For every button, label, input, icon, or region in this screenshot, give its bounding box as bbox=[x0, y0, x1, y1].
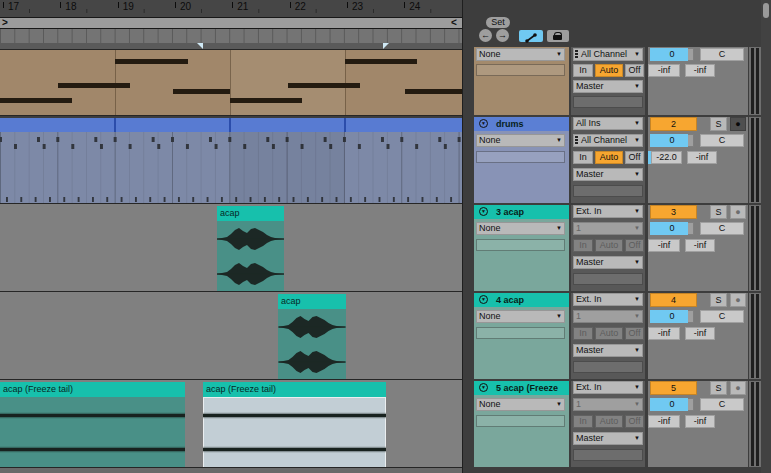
track-fold-icon[interactable]: ▼ bbox=[479, 207, 488, 216]
track-activator[interactable]: 5 bbox=[650, 381, 697, 395]
monitor-in-button[interactable]: In bbox=[573, 415, 593, 428]
device-chooser[interactable]: None ▼ bbox=[476, 310, 565, 323]
input-channel-chooser[interactable]: All Channel ▼ bbox=[573, 134, 643, 147]
input-channel-chooser[interactable]: 1 ▼ bbox=[573, 398, 643, 411]
device-chooser[interactable]: None ▼ bbox=[476, 134, 565, 147]
vertical-scrollbar[interactable] bbox=[761, 0, 771, 473]
output-channel-field[interactable] bbox=[573, 361, 643, 373]
arm-button[interactable]: ● bbox=[730, 117, 746, 131]
peak-level-left[interactable]: -inf bbox=[648, 415, 680, 428]
solo-button[interactable]: S bbox=[710, 381, 727, 395]
audio-clip-freeze-2-selected[interactable]: acap (Freeze tail) bbox=[203, 382, 386, 468]
pan-knob[interactable]: C bbox=[700, 222, 744, 235]
pan-knob[interactable]: C bbox=[700, 134, 744, 147]
input-channel-chooser[interactable]: 1 ▼ bbox=[573, 310, 643, 323]
track-header[interactable]: ▼ 4 acap bbox=[474, 293, 569, 307]
drums-clip-body[interactable] bbox=[0, 132, 462, 204]
track-lane-4-acap[interactable]: acap bbox=[0, 291, 462, 379]
output-channel-field[interactable] bbox=[573, 449, 643, 461]
pan-knob[interactable]: C bbox=[700, 48, 744, 61]
input-type-chooser[interactable]: Ext. In ▼ bbox=[573, 381, 643, 394]
track-name[interactable]: 5 acap (Freeze bbox=[496, 381, 558, 395]
drums-clip-titlebar[interactable] bbox=[0, 118, 462, 132]
output-chooser[interactable]: Master ▼ bbox=[573, 344, 643, 357]
volume-slider[interactable]: 0 bbox=[650, 398, 694, 411]
track-header[interactable]: ▼ 3 acap bbox=[474, 205, 569, 219]
track-name[interactable]: 3 acap bbox=[496, 205, 524, 219]
input-channel-chooser[interactable]: 1 ▼ bbox=[573, 222, 643, 235]
input-type-chooser[interactable]: Ext. In ▼ bbox=[573, 205, 643, 218]
peak-level-right[interactable]: -inf bbox=[685, 64, 715, 77]
loop-brace-strip[interactable] bbox=[0, 29, 462, 43]
peak-level-left[interactable]: -inf bbox=[648, 239, 680, 252]
track-lane-5-acap-freeze[interactable]: acap (Freeze tail) acap (Freeze tail) bbox=[0, 379, 462, 467]
output-chooser[interactable]: Master ▼ bbox=[573, 80, 643, 93]
track-delay-field[interactable] bbox=[476, 415, 565, 427]
volume-slider[interactable]: 0 bbox=[650, 134, 694, 147]
arm-button[interactable]: ● bbox=[730, 381, 746, 395]
scrub-area[interactable]: > < bbox=[0, 17, 462, 29]
clip-title[interactable]: acap bbox=[278, 294, 346, 309]
monitor-auto-button[interactable]: Auto bbox=[595, 151, 623, 164]
audio-clip[interactable]: acap bbox=[278, 294, 346, 380]
monitor-off-button[interactable]: Off bbox=[625, 64, 644, 77]
monitor-auto-button[interactable]: Auto bbox=[595, 239, 623, 252]
track-delay-field[interactable] bbox=[476, 64, 565, 76]
track-name[interactable]: 4 acap bbox=[496, 293, 524, 307]
track-fold-icon[interactable]: ▼ bbox=[479, 383, 488, 392]
monitor-off-button[interactable]: Off bbox=[625, 239, 644, 252]
track-activator[interactable]: 3 bbox=[650, 205, 697, 219]
output-channel-field[interactable] bbox=[573, 273, 643, 285]
monitor-off-button[interactable]: Off bbox=[625, 415, 644, 428]
monitor-in-button[interactable]: In bbox=[573, 239, 593, 252]
monitor-auto-button[interactable]: Auto bbox=[595, 415, 623, 428]
set-button[interactable]: Set bbox=[486, 17, 510, 28]
output-chooser[interactable]: Master ▼ bbox=[573, 256, 643, 269]
clip-title[interactable]: acap (Freeze tail) bbox=[203, 382, 386, 397]
clip-title[interactable]: acap (Freeze tail) bbox=[0, 382, 185, 397]
track-name[interactable]: drums bbox=[496, 117, 524, 131]
solo-button[interactable]: S bbox=[710, 293, 727, 307]
prev-button[interactable]: ← bbox=[479, 29, 492, 42]
device-chooser[interactable]: None ▼ bbox=[476, 222, 565, 235]
output-chooser[interactable]: Master ▼ bbox=[573, 168, 643, 181]
beat-time-ruler[interactable]: 1718192021222324 bbox=[0, 0, 462, 17]
peak-level-right[interactable]: -inf bbox=[685, 327, 715, 340]
device-chooser[interactable]: None ▼ bbox=[476, 48, 565, 61]
track-activator[interactable]: 2 bbox=[650, 117, 697, 131]
output-channel-field[interactable] bbox=[573, 185, 643, 197]
input-type-chooser[interactable]: Ext. In ▼ bbox=[573, 293, 643, 306]
clip-title[interactable]: acap bbox=[217, 206, 284, 221]
next-button[interactable]: → bbox=[496, 29, 509, 42]
volume-slider[interactable]: 0 bbox=[650, 222, 694, 235]
peak-level-right[interactable]: -inf bbox=[685, 239, 715, 252]
monitor-in-button[interactable]: In bbox=[573, 151, 593, 164]
volume-slider[interactable]: 0 bbox=[650, 310, 694, 323]
peak-level-left[interactable]: -inf bbox=[648, 64, 680, 77]
arm-button[interactable]: ● bbox=[730, 205, 746, 219]
monitor-auto-button[interactable]: Auto bbox=[595, 327, 623, 340]
peak-level-right[interactable]: -inf bbox=[685, 415, 715, 428]
output-channel-field[interactable] bbox=[573, 96, 643, 108]
track-header[interactable]: ▼ drums bbox=[474, 117, 569, 131]
audio-clip-freeze-1[interactable]: acap (Freeze tail) bbox=[0, 382, 185, 468]
solo-button[interactable]: S bbox=[710, 205, 727, 219]
track-delay-field[interactable] bbox=[476, 327, 565, 339]
track-fold-icon[interactable]: ▼ bbox=[479, 295, 488, 304]
peak-level-left[interactable]: -inf bbox=[648, 327, 680, 340]
track-header[interactable]: ▼ 5 acap (Freeze bbox=[474, 381, 569, 395]
automation-mode-button[interactable] bbox=[519, 30, 543, 42]
monitor-off-button[interactable]: Off bbox=[625, 327, 644, 340]
output-chooser[interactable]: Master ▼ bbox=[573, 432, 643, 445]
peak-level-right[interactable]: -inf bbox=[687, 151, 717, 164]
monitor-in-button[interactable]: In bbox=[573, 64, 593, 77]
track-lane-drums[interactable] bbox=[0, 115, 462, 203]
solo-button[interactable]: S bbox=[710, 117, 727, 131]
monitor-auto-button[interactable]: Auto bbox=[595, 64, 623, 77]
track-lane-midi[interactable] bbox=[0, 49, 462, 115]
pan-knob[interactable]: C bbox=[700, 310, 744, 323]
arm-button[interactable]: ● bbox=[730, 293, 746, 307]
pan-knob[interactable]: C bbox=[700, 398, 744, 411]
peak-level-left[interactable]: -22.0 bbox=[648, 151, 682, 164]
volume-slider[interactable]: 0 bbox=[650, 48, 694, 61]
